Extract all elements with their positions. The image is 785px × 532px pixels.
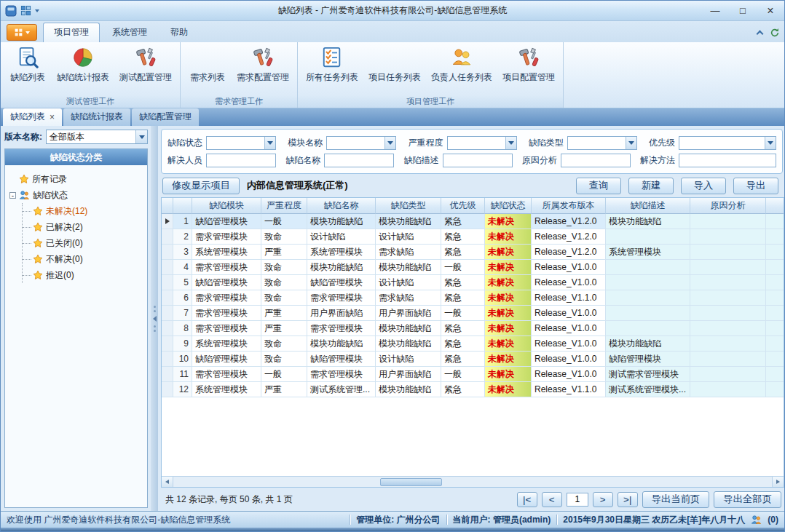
grid-cell[interactable]: 致命 bbox=[261, 352, 307, 367]
grid-cell[interactable] bbox=[606, 290, 690, 306]
column-header[interactable]: 缺陷类型 bbox=[376, 198, 441, 214]
filter-combobox[interactable] bbox=[567, 136, 637, 150]
grid-cell[interactable]: 紧急 bbox=[441, 245, 485, 260]
grid-cell[interactable]: 设计缺陷 bbox=[376, 352, 441, 367]
grid-cell[interactable]: 未解决 bbox=[485, 260, 532, 275]
export-button[interactable]: 导出 bbox=[733, 178, 778, 194]
chevron-down-icon[interactable] bbox=[505, 137, 516, 149]
grid-cell[interactable]: 模块功能缺陷 bbox=[376, 260, 441, 275]
grid-cell[interactable] bbox=[690, 214, 766, 229]
column-header[interactable]: 缺陷状态 bbox=[485, 198, 532, 214]
grid-cell[interactable] bbox=[606, 321, 690, 336]
grid-cell[interactable] bbox=[690, 290, 766, 306]
grid-cell[interactable]: 严重 bbox=[261, 306, 307, 321]
grid-cell[interactable]: 未解决 bbox=[485, 336, 532, 352]
filter-input-field[interactable] bbox=[679, 137, 765, 149]
grid-cell[interactable]: 系统管理模块 bbox=[192, 382, 261, 397]
grid-cell[interactable]: 致命 bbox=[261, 229, 307, 245]
ribbon-button[interactable]: 缺陷统计报表 bbox=[52, 44, 114, 85]
grid-cell[interactable]: 用户界面缺陷 bbox=[376, 367, 441, 382]
table-row[interactable]: 8需求管理模块严重需求管理模块模块功能缺陷紧急未解决Release_V1.0.0 bbox=[162, 321, 784, 336]
filter-textbox[interactable] bbox=[443, 154, 513, 167]
grid-cell[interactable]: 未解决 bbox=[485, 382, 532, 397]
grid-cell[interactable]: 未解决 bbox=[485, 352, 532, 367]
table-row[interactable]: 5缺陷管理模块致命缺陷管理模块设计缺陷紧急未解决Release_V1.0.0 bbox=[162, 275, 784, 290]
grid-cell[interactable]: 缺陷管理模块 bbox=[192, 275, 261, 290]
chevron-down-icon[interactable] bbox=[626, 137, 636, 149]
splitter-handle[interactable] bbox=[151, 126, 158, 511]
grid-cell[interactable] bbox=[766, 367, 784, 382]
table-row[interactable]: 6需求管理模块致命需求管理模块需求缺陷紧急未解决Release_V1.1.0 bbox=[162, 290, 784, 306]
grid-cell[interactable]: 测试需求管理模块 bbox=[606, 367, 690, 382]
grid-cell[interactable]: Release_V1.1.0 bbox=[532, 382, 606, 397]
grid-cell[interactable]: Release_V1.0.0 bbox=[532, 352, 606, 367]
grid-cell[interactable] bbox=[690, 229, 766, 245]
filter-input-field[interactable] bbox=[448, 137, 505, 149]
grid-cell[interactable] bbox=[766, 321, 784, 336]
filter-input-field[interactable] bbox=[568, 137, 626, 149]
app-logo-icon[interactable] bbox=[5, 5, 17, 17]
doc-tab[interactable]: 缺陷配置管理 bbox=[132, 108, 199, 126]
filter-input-field[interactable] bbox=[207, 137, 264, 149]
search-button[interactable]: 查询 bbox=[576, 178, 621, 194]
filter-input-field[interactable] bbox=[679, 154, 776, 167]
grid-cell[interactable]: 致命 bbox=[261, 290, 307, 306]
grid-cell[interactable]: 致命 bbox=[261, 275, 307, 290]
table-row[interactable]: 12系统管理模块严重测试系统管理...模块功能缺陷紧急未解决Release_V1… bbox=[162, 382, 784, 397]
grid-cell[interactable] bbox=[766, 382, 784, 397]
version-combobox[interactable]: 全部版本 bbox=[46, 130, 148, 144]
grid-cell[interactable] bbox=[606, 260, 690, 275]
collapse-sidebar-icon[interactable] bbox=[153, 316, 157, 322]
grid-cell[interactable]: 严重 bbox=[261, 245, 307, 260]
grid-cell[interactable]: 用户界面缺陷 bbox=[376, 306, 441, 321]
tree-item[interactable]: 推迟(0) bbox=[23, 267, 143, 283]
filter-input-field[interactable] bbox=[207, 154, 275, 167]
grid-cell[interactable]: 系统管理模块 bbox=[192, 336, 261, 352]
grid-cell[interactable]: Release_V1.0.0 bbox=[532, 321, 606, 336]
column-header[interactable]: 所属发布版本 bbox=[532, 198, 606, 214]
grid-cell[interactable]: Release_V1.1.0 bbox=[532, 290, 606, 306]
grid-cell[interactable]: 紧急 bbox=[441, 214, 485, 229]
doc-tab[interactable]: 缺陷列表× bbox=[3, 108, 62, 126]
grid-cell[interactable]: 未解决 bbox=[485, 367, 532, 382]
grid-cell[interactable]: 未解决 bbox=[485, 275, 532, 290]
chevron-down-icon[interactable] bbox=[765, 137, 776, 149]
pager-next-button[interactable]: > bbox=[593, 492, 613, 507]
grid-cell[interactable] bbox=[690, 306, 766, 321]
chevron-down-icon[interactable] bbox=[384, 137, 395, 149]
grid-cell[interactable]: 缺陷管理模块 bbox=[307, 352, 376, 367]
table-row[interactable]: 3系统管理模块严重系统管理模块需求缺陷紧急未解决Release_V1.2.0系统… bbox=[162, 245, 784, 260]
ribbon-tab[interactable]: 帮助 bbox=[159, 23, 199, 42]
grid-cell[interactable]: 致命 bbox=[261, 336, 307, 352]
grid-cell[interactable]: Release_V1.0.0 bbox=[532, 306, 606, 321]
grid-cell[interactable]: 设计缺陷 bbox=[376, 229, 441, 245]
column-header[interactable]: 缺陷模块 bbox=[192, 198, 261, 214]
grid-cell[interactable]: 紧急 bbox=[441, 336, 485, 352]
filter-textbox[interactable] bbox=[679, 154, 776, 167]
filter-combobox[interactable] bbox=[206, 136, 276, 150]
grid-cell[interactable]: 模块功能缺陷 bbox=[307, 336, 376, 352]
ribbon-button[interactable]: 需求列表 bbox=[184, 44, 232, 85]
table-row[interactable]: 1缺陷管理模块一般模块功能缺陷模块功能缺陷紧急未解决Release_V1.2.0… bbox=[162, 214, 784, 229]
doc-tab[interactable]: 缺陷统计报表 bbox=[63, 108, 130, 126]
tree-item[interactable]: -缺陷状态 bbox=[9, 187, 143, 203]
close-tab-icon[interactable]: × bbox=[50, 114, 55, 121]
grid-cell[interactable]: 一般 bbox=[441, 260, 485, 275]
grid-cell[interactable]: 模块功能缺陷 bbox=[376, 214, 441, 229]
grid-cell[interactable]: 缺陷管理模块 bbox=[192, 352, 261, 367]
grid-cell[interactable]: 致命 bbox=[261, 260, 307, 275]
grid-cell[interactable]: 缺陷管理模块 bbox=[192, 214, 261, 229]
grid-cell[interactable]: Release_V1.2.0 bbox=[532, 245, 606, 260]
grid-cell[interactable]: 未解决 bbox=[485, 214, 532, 229]
grid-cell[interactable] bbox=[606, 306, 690, 321]
close-button[interactable]: × bbox=[757, 1, 784, 20]
scroll-right-icon[interactable] bbox=[772, 477, 784, 487]
ribbon-button[interactable]: 所有任务列表 bbox=[301, 44, 363, 85]
tree-item[interactable]: 所有记录 bbox=[9, 171, 143, 187]
table-row[interactable]: 9系统管理模块致命模块功能缺陷模块功能缺陷紧急未解决Release_V1.0.0… bbox=[162, 336, 784, 352]
ribbon-button[interactable]: 负责人任务列表 bbox=[426, 44, 497, 85]
grid-cell[interactable] bbox=[766, 352, 784, 367]
filter-textbox[interactable] bbox=[324, 154, 394, 167]
grid-cell[interactable]: 紧急 bbox=[441, 382, 485, 397]
grid-cell[interactable]: 系统管理模块 bbox=[606, 245, 690, 260]
